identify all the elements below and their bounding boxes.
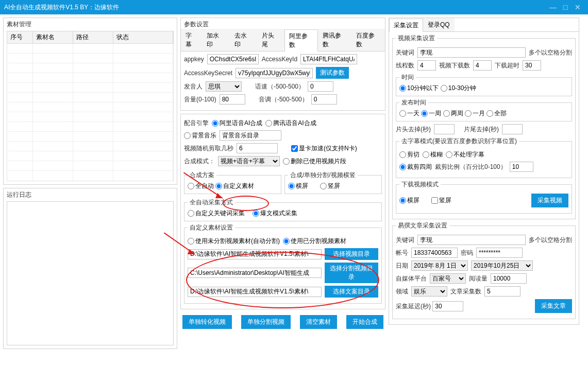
test-params-button[interactable]: 测试参数 [316, 67, 349, 79]
split-radio[interactable]: 使用已分割视频素材 [283, 237, 346, 246]
engine-tx-radio[interactable]: 腾讯语音AI合成 [265, 119, 316, 128]
video-collect-fieldset: 视频采集设置 关键词 多个以空格分割 线程数 视频下载数 下载超时 时间 10分… [392, 34, 576, 219]
delete-used-radio[interactable]: 删除已使用视频片段 [283, 157, 346, 166]
log-box[interactable] [7, 201, 174, 345]
horizontal-radio[interactable]: 横屏 [288, 182, 308, 189]
right-panel: 采集设置 登录QQ 视频采集设置 关键词 多个以空格分割 线程数 视频下载数 下… [389, 18, 579, 325]
gpu-checkbox[interactable]: 显卡加速(仅支持N卡) [291, 144, 357, 153]
log-panel: 运行日志 [3, 188, 177, 349]
select-text-dir-button[interactable]: 选择文案目录 [325, 286, 378, 298]
right-tabs: 采集设置 登录QQ [389, 18, 579, 32]
plan-auto-radio[interactable]: 全自动 [188, 182, 214, 189]
sub-cut-radio[interactable]: 剪切 [399, 150, 419, 159]
mode-label: 合成模式： [184, 157, 215, 166]
article-collect-fieldset: 易撰文章采集设置 关键词 多个以空格分割 帐号 密码 日期 2019年 8月 1… [392, 221, 576, 319]
volume-label: 音量(0-100) [184, 95, 216, 104]
pub-day-radio[interactable]: 一天 [399, 110, 419, 117]
collect-article-button[interactable]: 采集文章 [535, 299, 572, 313]
split-dir-input[interactable] [188, 268, 322, 278]
pub-2week-radio[interactable]: 两周 [443, 110, 463, 117]
tab-headtail[interactable]: 片头尾 [257, 29, 284, 51]
appkey-input[interactable] [207, 54, 259, 64]
tab-qq[interactable]: 登录QQ [423, 18, 455, 31]
tab-dewatermark[interactable]: 去水印 [230, 29, 257, 51]
pub-month-radio[interactable]: 一月 [465, 110, 485, 117]
sub-crop-radio[interactable]: 裁剪四周 [399, 163, 432, 171]
password-input[interactable] [476, 248, 523, 258]
titlebar: AI全自动生成视频软件V1.5 BY：边缘软件 — □ ✕ [0, 0, 588, 14]
aks-input[interactable] [236, 68, 313, 78]
appkey-label: appkey [184, 56, 204, 63]
pitch-input[interactable] [311, 94, 337, 104]
engine-label: 配音引擎 [184, 119, 209, 128]
tab-tencent[interactable]: 腾讯参数 [318, 29, 351, 51]
clip-label: 视频随机剪取几秒 [184, 144, 233, 153]
engine-panel: 配音引擎 阿里语音AI合成 腾讯语音AI合成 背景音乐 视频随机剪取几秒 显卡加… [180, 114, 385, 309]
aks-label: AccessKeySecret [184, 69, 232, 77]
read-input[interactable] [491, 273, 527, 284]
material-grid-header: 序号 素材名 路径 状态 [7, 31, 174, 44]
artnum-input[interactable] [484, 286, 520, 297]
unsplit-radio[interactable]: 使用未分割视频素材(自动分割) [188, 237, 280, 246]
close-icon[interactable]: ✕ [572, 0, 584, 14]
akid-input[interactable] [300, 54, 357, 64]
time-30-radio[interactable]: 10-30分钟 [441, 84, 477, 92]
collect-kw-radio[interactable]: 自定义关键词采集 [188, 210, 245, 217]
dl-v-radio[interactable]: 竖屏 [431, 197, 451, 204]
material-panel: 素材管理 序号 素材名 路径 状态 [3, 18, 177, 185]
platform-select[interactable]: 百家号 [430, 273, 466, 284]
dl-h-radio[interactable]: 横屏 [399, 197, 419, 204]
mode-select[interactable]: 视频+语音+字幕 [218, 156, 280, 166]
date-from-select[interactable]: 2019年 8月 1日 [411, 260, 468, 271]
date-to-select[interactable]: 2019年10月25日 [471, 260, 533, 271]
pitch-label: 音调（-500-500） [259, 95, 308, 104]
tab-collect[interactable]: 采集设置 [389, 19, 423, 32]
split-video-button[interactable]: 单独分割视频 [241, 315, 291, 329]
vertical-radio[interactable]: 竖屏 [320, 182, 340, 189]
minimize-icon[interactable]: — [547, 0, 559, 14]
pub-all-radio[interactable]: 全部 [486, 110, 507, 117]
tab-ali[interactable]: 阿里参数 [284, 29, 318, 51]
engine-ali-radio[interactable]: 阿里语音AI合成 [212, 119, 262, 128]
vkw-input[interactable] [417, 47, 526, 58]
sub-none-radio[interactable]: 不处理字幕 [446, 150, 484, 159]
clear-material-button[interactable]: 清空素材 [300, 315, 337, 329]
start-compose-button[interactable]: 开始合成 [346, 315, 383, 329]
bgm-dir-input[interactable] [220, 130, 281, 141]
category-select[interactable]: 娱乐 [411, 286, 447, 297]
convert-video-button[interactable]: 单独转化视频 [182, 315, 232, 329]
threads-input[interactable] [417, 60, 436, 71]
tab-baidu[interactable]: 百度参数 [351, 29, 385, 51]
pub-week-radio[interactable]: 一周 [421, 110, 441, 117]
volume-input[interactable] [220, 94, 245, 104]
tab-subtitle[interactable]: 字幕 [181, 29, 202, 51]
tab-watermark[interactable]: 加水印 [202, 29, 229, 51]
params-panel: 参数设置 字幕 加水印 去水印 片头尾 阿里参数 腾讯参数 百度参数 appke… [180, 18, 385, 111]
collect-burst-radio[interactable]: 爆文模式采集 [253, 210, 297, 217]
collect-video-button[interactable]: 采集视频 [531, 194, 568, 207]
select-video-dir-button[interactable]: 选择视频目录 [325, 248, 378, 260]
timeout-input[interactable] [523, 60, 541, 71]
text-dir-input[interactable] [188, 287, 322, 297]
time-10-radio[interactable]: 10分钟以下 [399, 84, 439, 92]
select-split-dir-button[interactable]: 选择分割视频目录 [325, 263, 378, 283]
collect-mode-fieldset: 全自动采集方式 自定义关键词采集 爆文模式采集 [184, 198, 382, 221]
delay-input[interactable] [432, 301, 463, 311]
art-kw-input[interactable] [417, 235, 526, 245]
clip-input[interactable] [237, 143, 278, 153]
tail-trim-input[interactable] [502, 124, 523, 134]
head-trim-input[interactable] [434, 124, 455, 134]
material-grid[interactable] [7, 44, 174, 181]
sub-blur-radio[interactable]: 模糊 [423, 150, 443, 159]
dlnum-input[interactable] [473, 60, 492, 71]
speed-input[interactable] [308, 81, 333, 92]
material-title: 素材管理 [7, 20, 174, 29]
bgm-radio[interactable]: 背景音乐 [184, 131, 216, 140]
account-input[interactable] [411, 248, 458, 258]
maximize-icon[interactable]: □ [559, 0, 572, 14]
voice-select[interactable]: 思琪 [206, 81, 242, 92]
crop-ratio-input[interactable] [510, 162, 533, 172]
video-dir-input[interactable] [188, 249, 322, 259]
dlmode-fieldset: 下载视频模式 横屏 竖屏 采集视频 [396, 180, 572, 214]
plan-custom-radio[interactable]: 自定义素材 [215, 182, 254, 189]
